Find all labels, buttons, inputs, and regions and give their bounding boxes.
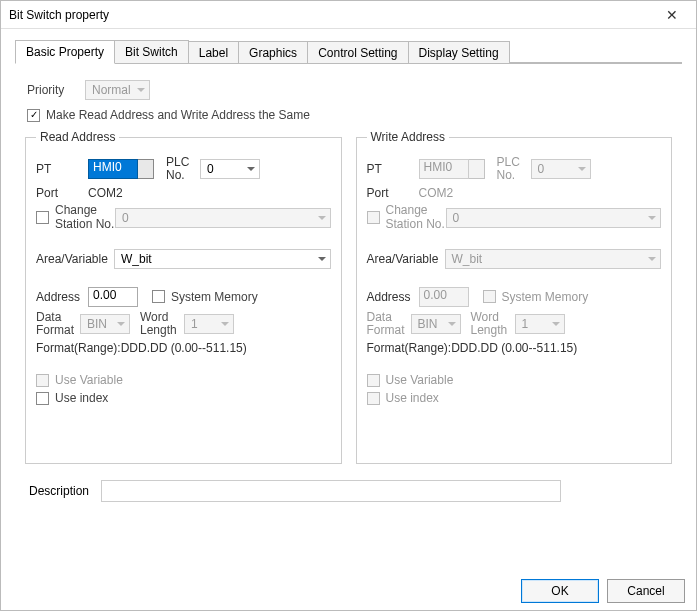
read-address-legend: Read Address [36, 130, 119, 144]
read-system-memory-checkbox[interactable] [152, 290, 165, 303]
write-address-group: Write Address PT HMI0 PLC No. 0 Port COM… [356, 130, 673, 464]
read-wordlen-dropdown: 1 [184, 314, 234, 334]
description-label: Description [29, 484, 101, 498]
write-use-index-checkbox [367, 392, 380, 405]
read-pt-label: PT [36, 162, 88, 176]
write-address-label: Address [367, 290, 419, 304]
write-plc-dropdown: 0 [531, 159, 591, 179]
read-use-index-checkbox[interactable] [36, 392, 49, 405]
tab-label: Bit Switch [125, 45, 178, 59]
tab-label: Graphics [249, 46, 297, 60]
write-station-dropdown: 0 [446, 208, 662, 228]
write-pt-dropdown-button [469, 159, 485, 179]
same-address-label: Make Read Address and Write Address the … [46, 108, 310, 122]
tab-body: Priority Normal ✓ Make Read Address and … [15, 63, 682, 575]
read-system-memory-label: System Memory [171, 290, 258, 304]
read-address-label: Address [36, 290, 88, 304]
read-plc-label: PLC No. [166, 156, 200, 182]
same-address-checkbox[interactable]: ✓ [27, 109, 40, 122]
tab-bit-switch[interactable]: Bit Switch [114, 40, 189, 64]
write-station-value: 0 [453, 211, 460, 225]
write-use-index-label: Use index [386, 391, 439, 405]
read-address-group: Read Address PT HMI0 PLC No. 0 Port COM2… [25, 130, 342, 464]
read-station-dropdown: 0 [115, 208, 331, 228]
tab-label: Basic Property [26, 45, 104, 59]
read-station-value: 0 [122, 211, 129, 225]
write-use-variable-checkbox [367, 374, 380, 387]
description-input[interactable] [101, 480, 561, 502]
write-format-label: Data Format [367, 311, 411, 337]
write-system-memory-label: System Memory [502, 290, 589, 304]
read-address-input[interactable]: 0.00 [88, 287, 138, 307]
check-icon: ✓ [30, 110, 38, 120]
read-range-text: Format(Range):DDD.DD (0.00--511.15) [36, 341, 247, 355]
read-pt-value[interactable]: HMI0 [88, 159, 138, 179]
chevron-down-icon [648, 216, 656, 220]
write-format-dropdown: BIN [411, 314, 461, 334]
write-pt-value: HMI0 [419, 159, 469, 179]
read-port-value: COM2 [88, 186, 123, 200]
write-plc-label: PLC No. [497, 156, 531, 182]
write-port-label: Port [367, 186, 419, 200]
window-title: Bit Switch property [9, 8, 109, 22]
write-plc-value: 0 [538, 162, 545, 176]
priority-dropdown: Normal [85, 80, 150, 100]
ok-label: OK [551, 584, 568, 598]
ok-button[interactable]: OK [521, 579, 599, 603]
tab-label: Display Setting [419, 46, 499, 60]
chevron-down-icon [552, 322, 560, 326]
chevron-down-icon [221, 322, 229, 326]
read-area-dropdown[interactable]: W_bit [114, 249, 331, 269]
same-address-row: ✓ Make Read Address and Write Address th… [15, 108, 682, 122]
write-area-value: W_bit [452, 252, 483, 266]
write-change-station-label: Change Station No. [386, 204, 446, 230]
write-use-variable-label: Use Variable [386, 373, 454, 387]
read-format-value: BIN [87, 317, 107, 331]
write-address-legend: Write Address [367, 130, 449, 144]
tab-label[interactable]: Label [188, 41, 239, 64]
write-range-text: Format(Range):DDD.DD (0.00--511.15) [367, 341, 578, 355]
write-area-label: Area/Variable [367, 252, 445, 266]
priority-row: Priority Normal [15, 80, 682, 100]
write-wordlen-value: 1 [522, 317, 529, 331]
tab-label: Label [199, 46, 228, 60]
read-area-value: W_bit [121, 252, 152, 266]
tab-control-setting[interactable]: Control Setting [307, 41, 408, 64]
chevron-down-icon [247, 167, 255, 171]
chevron-down-icon [578, 167, 586, 171]
write-address-input: 0.00 [419, 287, 469, 307]
chevron-down-icon [318, 257, 326, 261]
dialog-footer: OK Cancel [521, 579, 685, 603]
read-change-station-label: Change Station No. [55, 204, 115, 230]
write-wordlen-label: Word Length [471, 311, 515, 337]
tab-graphics[interactable]: Graphics [238, 41, 308, 64]
write-change-station-checkbox [367, 211, 380, 224]
write-wordlen-dropdown: 1 [515, 314, 565, 334]
write-port-value: COM2 [419, 186, 454, 200]
write-system-memory-checkbox [483, 290, 496, 303]
read-plc-value: 0 [207, 162, 214, 176]
read-change-station-checkbox[interactable] [36, 211, 49, 224]
tab-display-setting[interactable]: Display Setting [408, 41, 510, 64]
priority-value: Normal [92, 83, 131, 97]
address-groups: Read Address PT HMI0 PLC No. 0 Port COM2… [15, 130, 682, 464]
priority-label: Priority [27, 83, 85, 97]
write-format-value: BIN [418, 317, 438, 331]
read-wordlen-value: 1 [191, 317, 198, 331]
chevron-down-icon [318, 216, 326, 220]
cancel-label: Cancel [627, 584, 664, 598]
title-bar: Bit Switch property ✕ [1, 1, 696, 29]
chevron-down-icon [137, 88, 145, 92]
write-area-dropdown: W_bit [445, 249, 662, 269]
read-pt-dropdown-button[interactable] [138, 159, 154, 179]
read-format-label: Data Format [36, 311, 80, 337]
close-icon[interactable]: ✕ [652, 3, 692, 27]
write-pt-label: PT [367, 162, 419, 176]
cancel-button[interactable]: Cancel [607, 579, 685, 603]
description-row: Description [15, 480, 682, 502]
read-format-dropdown: BIN [80, 314, 130, 334]
read-plc-dropdown[interactable]: 0 [200, 159, 260, 179]
chevron-down-icon [648, 257, 656, 261]
chevron-down-icon [448, 322, 456, 326]
tab-basic-property[interactable]: Basic Property [15, 40, 115, 64]
